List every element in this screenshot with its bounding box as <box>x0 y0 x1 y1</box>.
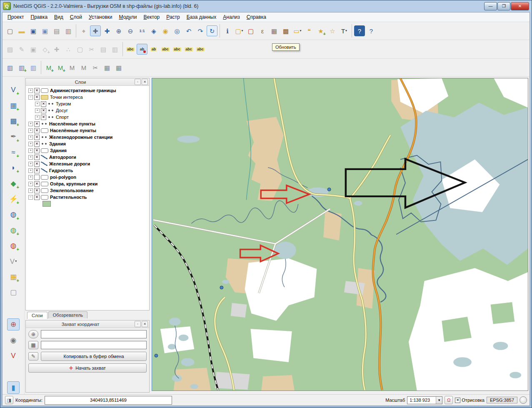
menu-item-8[interactable]: Растр <box>163 13 183 21</box>
expand-icon[interactable]: + <box>35 108 40 113</box>
toggle-editing-icon[interactable]: ✎ <box>16 44 27 55</box>
chevron-down-icon[interactable]: ▾ <box>300 29 302 33</box>
menu-item-6[interactable]: Модули <box>116 13 140 21</box>
layer-checkbox[interactable]: ✕ <box>41 108 46 113</box>
menu-item-4[interactable]: Слой <box>67 13 85 21</box>
layer-item[interactable]: −✕Точки интереса <box>27 94 149 100</box>
layer-checkbox[interactable]: ✕ <box>34 168 40 173</box>
layer-labeling-icon[interactable]: abc <box>125 44 136 55</box>
layer-item[interactable]: +✕Здания <box>27 147 149 154</box>
expand-icon[interactable]: + <box>28 162 33 166</box>
menu-item-10[interactable]: Анализ <box>220 13 243 21</box>
chevron-down-icon[interactable]: ▾ <box>242 29 243 33</box>
layer-checkbox[interactable]: ✕ <box>41 101 46 107</box>
close-panel-icon[interactable]: ✕ <box>142 79 148 85</box>
blue-map-tile-icon[interactable]: ▮ <box>7 381 20 393</box>
layer-item[interactable]: +✕Железнодорожные станции <box>27 134 149 140</box>
menu-item-2[interactable]: Правка <box>27 13 51 21</box>
layer-checkbox[interactable]: ✕ <box>34 95 40 100</box>
layer-item[interactable]: +✕Железные дороги <box>27 160 149 167</box>
expand-icon[interactable]: + <box>28 155 33 160</box>
layer-checkbox[interactable]: ✕ <box>34 128 40 133</box>
plugin-table-icon[interactable]: ▦ <box>102 62 112 73</box>
coordinate-input-1[interactable] <box>41 330 147 338</box>
move-feature-icon[interactable]: ✚ <box>51 44 62 55</box>
identify-icon[interactable]: ℹ <box>222 25 233 36</box>
layer-item[interactable]: +✕Здания <box>27 140 149 147</box>
whats-this-icon[interactable]: ? <box>366 25 377 36</box>
collapse-icon[interactable]: − <box>28 95 33 100</box>
undock-panel-icon[interactable]: ▫ <box>135 79 141 85</box>
chevron-down-icon[interactable]: ▼ <box>436 397 442 404</box>
capture-pin-icon[interactable]: ◉ <box>7 334 20 346</box>
add-wcs-layer-icon[interactable]: ◍+ <box>7 224 20 236</box>
move-label-icon[interactable]: abc <box>172 44 182 55</box>
maximize-button[interactable]: ❐ <box>497 2 510 10</box>
menu-item-3[interactable]: Вид <box>51 13 67 21</box>
layer-item[interactable]: +✕Административные границы <box>27 87 149 94</box>
add-wms-layer-icon[interactable]: ◍+ <box>7 208 20 220</box>
layer-item[interactable]: +poi-polygon <box>27 174 149 180</box>
minimize-button[interactable]: — <box>484 2 497 10</box>
layer-checkbox[interactable]: ✕ <box>34 155 40 160</box>
help-icon[interactable]: ? <box>354 25 365 36</box>
select-features-icon[interactable]: ▢▾ <box>234 25 245 36</box>
plugin-histogram-icon[interactable]: ▥ <box>5 62 15 73</box>
toggle-extents-icon[interactable]: ◨ <box>5 396 13 404</box>
layer-item[interactable]: +✕Гидросеть <box>27 167 149 174</box>
expand-icon[interactable]: + <box>28 142 33 146</box>
node-tool-icon[interactable]: ∴ <box>63 44 74 55</box>
pan-map-icon[interactable]: ✚ <box>90 25 101 36</box>
zoom-last-icon[interactable]: ↶ <box>183 25 194 36</box>
layer-checkbox[interactable]: ✕ <box>34 141 40 147</box>
render-checkbox[interactable]: ✕ Отрисовка <box>455 398 485 403</box>
layers-panel-titlebar[interactable]: Слои ▫ ✕ <box>26 78 149 86</box>
tab-browser[interactable]: Обозреватель <box>48 311 88 318</box>
plugin-attributes-2-icon[interactable]: M <box>78 62 89 73</box>
tab-layers[interactable]: Слои <box>27 312 47 319</box>
titlebar[interactable]: Q NextGIS QGIS - 2.2.0-Valmiera - Выгруз… <box>0 0 532 12</box>
layer-item[interactable]: +✕Озёра, крупные реки <box>27 180 149 187</box>
change-label-icon[interactable]: abc <box>195 44 206 55</box>
menu-item-7[interactable]: Вектор <box>140 13 163 21</box>
plugin-merge-icon[interactable]: M+ <box>43 62 54 73</box>
zoom-next-icon[interactable]: ↷ <box>195 25 206 36</box>
coordinate-panel-titlebar[interactable]: Захват координат ▫ ✕ <box>26 320 149 328</box>
plugin-merge-2-icon[interactable]: M+ <box>55 62 66 73</box>
add-db-layer-icon[interactable]: ◆+ <box>7 177 20 189</box>
layer-item[interactable]: +✕Населённые пункты <box>27 120 149 127</box>
close-button[interactable]: ✕ <box>511 2 529 10</box>
coordinate-input-2[interactable] <box>41 341 147 349</box>
menu-item-11[interactable]: Справка <box>243 13 270 21</box>
layer-checkbox[interactable]: ✕ <box>34 181 40 187</box>
close-panel-icon[interactable]: ✕ <box>142 321 148 327</box>
layer-item[interactable]: +✕Землепользование <box>27 187 149 194</box>
add-raster-layer-icon[interactable]: ▦+ <box>7 99 20 111</box>
show-bookmarks-icon[interactable]: ☆ <box>327 25 338 36</box>
save-project-icon[interactable]: ▣ <box>28 25 39 36</box>
open-attribute-table-icon[interactable]: ▦ <box>269 25 280 36</box>
menu-item-9[interactable]: База данных <box>183 13 220 21</box>
zoom-out-icon[interactable]: ⊖ <box>125 25 136 36</box>
expand-icon[interactable]: + <box>28 168 33 173</box>
layer-checkbox[interactable] <box>34 175 40 180</box>
zoom-to-layer-icon[interactable]: ◎ <box>172 25 182 36</box>
plugin-columns-icon[interactable]: ▥ <box>28 62 39 73</box>
layer-checkbox[interactable]: ✕ <box>34 148 40 153</box>
composer-manager-icon[interactable]: ▥ <box>63 25 74 36</box>
copy-features-icon[interactable]: ▤ <box>98 44 109 55</box>
layer-item[interactable]: +✕Населённые пункты <box>27 127 149 134</box>
crs-select-button[interactable]: ⊕ <box>28 330 38 338</box>
field-calculator-icon[interactable]: ▩ <box>280 25 291 36</box>
add-web-layer-icon[interactable]: ⚡+ <box>7 193 20 205</box>
chevron-down-icon[interactable]: ▾ <box>345 29 347 33</box>
add-spatialite-layer-icon[interactable]: ✒+ <box>7 130 20 143</box>
layer-item[interactable]: +✕Автодороги <box>27 154 149 160</box>
style-manager-icon[interactable]: ▢ <box>7 286 20 298</box>
expand-icon[interactable]: + <box>28 128 33 133</box>
cut-features-icon[interactable]: ✂ <box>86 44 97 55</box>
zoom-in-icon[interactable]: ⊕ <box>113 25 124 36</box>
zoom-full-icon[interactable]: ◈ <box>148 25 159 36</box>
deselect-features-icon[interactable]: ▢ <box>245 25 256 36</box>
layer-checkbox[interactable]: ✕ <box>34 88 40 93</box>
